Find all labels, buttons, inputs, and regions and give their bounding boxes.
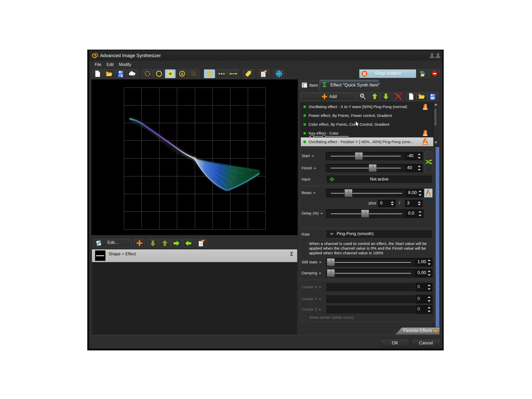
svg-text:S: S [181, 72, 183, 76]
